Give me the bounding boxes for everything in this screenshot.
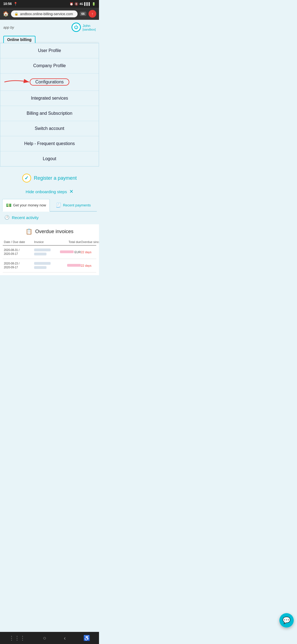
menu-item-logout[interactable]: Logout [0, 151, 99, 166]
check-icon: ✓ [24, 175, 29, 181]
status-icons: ⏰ 🔇 4G ▌▌▌ 🔋 [70, 2, 96, 6]
close-icon: ✕ [69, 189, 73, 194]
power-icon[interactable]: ⏻ [72, 23, 81, 32]
col-overdue: Overdue since [81, 240, 99, 244]
user-subtitle: [sandbox] [82, 28, 96, 31]
overdue-header: 📋 Overdue invoices [3, 224, 96, 239]
user-name: John [82, 24, 96, 28]
table-row: 2020-08-23 /2020-09-17 22 days [3, 259, 96, 272]
dropdown-menu: User Profile Company Profile Configurati… [0, 43, 99, 167]
tab-recent-payments-label: Recent payments [63, 203, 91, 207]
col-total: Total due [56, 240, 81, 244]
brand-tab[interactable]: Online billing [3, 36, 35, 43]
url-text: andbox.online-billing-service.com [20, 12, 73, 16]
user-info: John [sandbox] [82, 24, 96, 31]
row2-date: 2020-08-23 /2020-09-17 [4, 262, 34, 269]
menu-item-billing-subscription[interactable]: Billing and Subscription [0, 106, 99, 121]
row1-date: 2020-08-31 /2020-09-17 [4, 248, 34, 256]
table-header: Date / Due date Invoice Total due Overdu… [3, 239, 96, 245]
page-content: ✓ Register a payment Hide onboarding ste… [0, 167, 99, 279]
money-icon: 💵 [6, 203, 12, 208]
user-section: ⏻ John [sandbox] [72, 23, 96, 32]
lock-icon: 🔒 [14, 12, 18, 16]
clock-icon: 🕐 [4, 215, 10, 220]
col-invoice: Invoice [34, 240, 56, 244]
upload-button[interactable]: ↑ [89, 10, 96, 18]
receipt-icon: 🧾 [56, 203, 61, 208]
menu-item-company-profile[interactable]: Company Profile [0, 58, 99, 73]
row2-total [56, 264, 81, 267]
address-bar: 🏠 🔒 andbox.online-billing-service.com 66… [0, 8, 99, 20]
overdue-title: Overdue invoices [35, 229, 73, 234]
register-payment-row[interactable]: ✓ Register a payment [0, 169, 99, 187]
menu-item-integrated-services[interactable]: Integrated services [0, 91, 99, 106]
url-field[interactable]: 🔒 andbox.online-billing-service.com [11, 10, 78, 17]
app-header: app by ⏻ John [sandbox] [0, 20, 99, 35]
menu-item-switch-account[interactable]: Switch account [0, 121, 99, 136]
menu-item-configurations[interactable]: Configurations [0, 73, 99, 91]
invoice-icon: 📋 [26, 228, 32, 235]
recent-activity-row[interactable]: 🕐 Recent activity [0, 212, 99, 223]
app-logo: app by [3, 25, 14, 29]
tabs-row: 💵 Get your money now 🧾 Recent payments [2, 199, 97, 212]
table-row: 2020-08-31 /2020-09-17 EUR 22 days [3, 245, 96, 259]
arrow-annotation [3, 78, 36, 86]
hide-onboarding-row[interactable]: Hide onboarding steps ✕ [0, 187, 99, 196]
status-bar: 10:56 📍 ⏰ 🔇 4G ▌▌▌ 🔋 [0, 0, 99, 8]
col-date: Date / Due date [4, 240, 34, 244]
tab-get-money-label: Get your money now [13, 203, 46, 207]
menu-item-help[interactable]: Help - Frequent questions [0, 136, 99, 151]
overdue-section: 📋 Overdue invoices Date / Due date Invoi… [0, 224, 99, 275]
row2-invoice [34, 262, 56, 269]
row1-overdue: 22 days [81, 250, 99, 254]
row1-total: EUR [56, 250, 81, 254]
hide-onboarding-label: Hide onboarding steps [26, 189, 67, 194]
tab-recent-payments[interactable]: 🧾 Recent payments [50, 199, 97, 211]
status-time: 10:56 📍 [3, 2, 18, 6]
tab-get-money[interactable]: 💵 Get your money now [2, 199, 50, 212]
recent-activity-label: Recent activity [12, 215, 39, 220]
home-icon[interactable]: 🏠 [3, 11, 9, 17]
battery-icon: 🔋 [92, 2, 96, 6]
tab-count-badge[interactable]: 66 [80, 12, 86, 16]
row1-invoice [34, 249, 56, 256]
brand-bar: Online billing [0, 35, 99, 43]
signal-icon: ▌▌▌ [84, 2, 91, 6]
menu-item-user-profile[interactable]: User Profile [0, 43, 99, 58]
check-badge: ✓ [22, 174, 31, 182]
location-icon: 📍 [13, 2, 18, 6]
alarm-icon: ⏰ [70, 2, 73, 6]
mute-icon: 🔇 [75, 2, 78, 6]
row2-overdue: 22 days [81, 264, 99, 267]
register-payment-label: Register a payment [34, 175, 77, 181]
network-icon: 4G [79, 2, 83, 6]
